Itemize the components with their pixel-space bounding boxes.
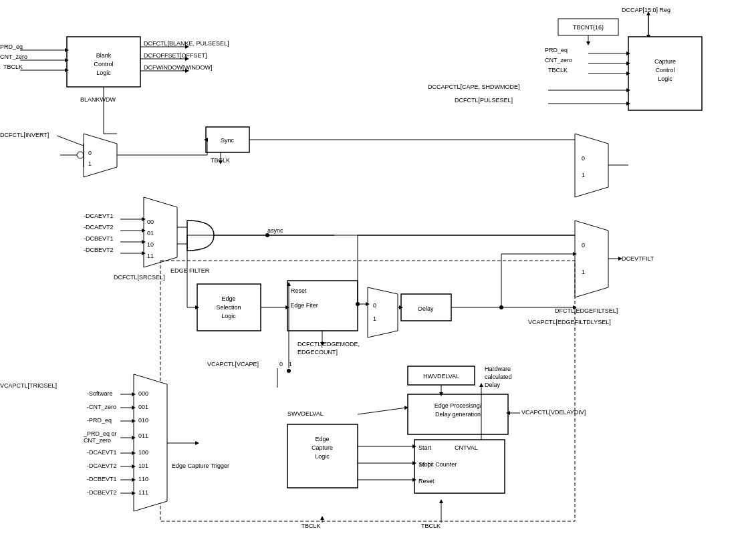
trig-111: 111 (138, 489, 148, 496)
srcsel-mux-00: 00 (147, 219, 154, 225)
dcaevt2-label: -DCAEVT2 (84, 224, 114, 231)
trig-software: -Software (87, 390, 113, 397)
svg-marker-44 (575, 221, 608, 297)
trig-dcbevt1: -DCBEVT1 (87, 476, 117, 482)
svg-point-88 (287, 369, 291, 373)
edge-cap-label3: Logic (315, 453, 330, 460)
hw-calc-delay1: Hardware (485, 366, 511, 372)
srcsel-mux-01: 01 (147, 230, 154, 237)
tbcnt-label: TBCNT(16) (573, 24, 604, 31)
trig-dcbevt2: -DCBEVT2 (87, 489, 117, 496)
trig-prd-eq: -PRD_eq (87, 417, 112, 424)
dcevtfilt-label: DCEVTFILT (622, 255, 654, 262)
dcfwindow-label: DCFWINDOW[WINDOW] (144, 64, 212, 71)
counter-reset: Reset (418, 478, 435, 484)
right-mux2-0: 0 (582, 242, 585, 249)
delay-mux-1: 1 (373, 315, 376, 322)
dcfctl-edgecount-label: EDGECOUNT] (297, 349, 338, 356)
svg-rect-3 (628, 37, 702, 110)
trig-100: 100 (138, 449, 148, 456)
blankwdw-label: BLANKWDW (80, 96, 116, 103)
dccapctl-label: DCCAPCTL[CAPE, SHDWMODE] (428, 84, 520, 90)
capture-control-label1: Capture (654, 58, 676, 65)
srcsel-mux-11: 11 (147, 253, 154, 259)
sync-label: Sync (221, 137, 235, 144)
vcape-1-label: 1 (289, 361, 292, 368)
diagram-container: DCCAP[15:0] Reg TBCNT(16) Capture Contro… (0, 0, 740, 560)
trig-101: 101 (138, 462, 148, 469)
trig-dcaevt1: -DCAEVT1 (87, 449, 117, 456)
edge-sel-label3: Logic (221, 313, 236, 319)
circuit-diagram: DCCAP[15:0] Reg TBCNT(16) Capture Contro… (0, 0, 740, 560)
vcapctl-edgefiltdlysel-label: VCAPCTL[EDGEFILTDLYSEL] (528, 319, 611, 325)
edge-fiter-reset: Reset (291, 287, 307, 294)
edge-cap-label2: Capture (312, 444, 333, 451)
edge-fiter-label1: Edge Fiter (290, 302, 318, 309)
trig-prd-cnt2: CNT_zero (84, 437, 111, 444)
swvdelval-label: SWVDELVAL (287, 410, 324, 417)
dcbevt2-label: -DCBEVT2 (84, 247, 114, 253)
mux-0-label: 0 (88, 150, 92, 156)
cnt-zero-label: CNT_zero (0, 53, 27, 60)
dcfctl-pulsesel-cap: DCFCTL[PULSESEL] (455, 97, 513, 104)
vcape-0-label: 0 (279, 361, 283, 368)
delay-mux-0: 0 (373, 302, 376, 309)
blank-control-label3: Logic (96, 69, 111, 76)
vcapctl-vcape-label: VCAPCTL[VCAPE] (207, 361, 259, 368)
cap-tbclk: TBCLK (548, 67, 568, 74)
dcfctl-edgemode-label: DCFCTL[EDGEMODE, (297, 341, 360, 347)
cap-prd-eq: PRD_eq (545, 47, 568, 53)
right-mux2-1: 1 (582, 269, 585, 275)
tbclk-bottom-label: TBCLK (301, 523, 320, 529)
trig-010: 010 (138, 417, 148, 424)
srcsel-mux-10: 10 (147, 241, 154, 248)
mux-1-label: 1 (88, 160, 92, 167)
tbclk-blank-label: TBCLK (3, 63, 23, 70)
edge-sel-label1: Edge (221, 295, 235, 302)
right-mux1-0: 0 (582, 155, 585, 162)
hw-calc-delay2: calculated (485, 374, 512, 380)
dcfoffset-label: DCFOFFSET[OFFSET] (144, 52, 207, 59)
trig-cnt-zero: -CNT_zero (87, 404, 116, 410)
edge-filter-title: EDGE FILTER (170, 267, 210, 274)
delay-label: Delay (418, 305, 434, 312)
counter-start: Start (418, 444, 432, 451)
vcapctl-trigsel-label: VCAPCTL[TRIGSEL] (0, 382, 57, 389)
trig-110: 110 (138, 476, 148, 482)
dcaevt1-label: -DCAEVT1 (84, 213, 114, 219)
prd-eq-label: PRD_eq (0, 43, 23, 50)
svg-marker-43 (575, 134, 608, 197)
edge-proc-label1: Edge Procesisng/ (435, 402, 482, 409)
capture-control-label2: Control (655, 67, 674, 74)
trig-prd-cnt: _PRD_eq or (83, 430, 117, 437)
dfctl-edgefiltsel-label: DFCTL[EDGEFILTSEL] (555, 307, 618, 314)
blank-control-label1: Blank (96, 52, 112, 59)
dcfctl-invert-label: DCFCTL[INVERT] (0, 132, 49, 138)
trig-001: 001 (138, 404, 148, 410)
edge-proc-label2: Delay generation (435, 411, 481, 418)
tbclk-bottom-label2: TBCLK (421, 523, 441, 529)
counter-16bit-label: 16 bit Counter (419, 461, 457, 468)
async-label: async (267, 227, 283, 234)
cntval-label: CNTVAL (455, 444, 478, 451)
dcbevt1-label: -DCBEVT1 (84, 235, 114, 242)
edge-cap-label1: Edge (315, 436, 329, 442)
svg-line-17 (57, 136, 87, 147)
svg-line-67 (358, 408, 406, 414)
edge-sel-label2: Selection (216, 304, 241, 311)
trig-011: 011 (138, 432, 148, 439)
dccap-reg-label: DCCAP[15:0] Reg (622, 7, 670, 13)
dcfctl-srcsel-label: DCFCTL[SRCSEL] (114, 274, 165, 281)
hw-calc-delay3: Delay (485, 382, 501, 388)
cap-cnt-zero: CNT_zero (545, 57, 572, 63)
right-mux1-1: 1 (582, 172, 585, 178)
hwvdelval-label: HWVDELVAL (423, 373, 459, 380)
svg-marker-52 (368, 287, 398, 337)
edge-capture-trigger-label: Edge Capture Trigger (172, 462, 229, 469)
vcapctl-vdelaydiv-label: VCAPCTL[VDELAYDIV] (521, 409, 586, 416)
trig-dcaevt2: -DCAEVT2 (87, 462, 117, 469)
trig-000: 000 (138, 390, 148, 397)
svg-point-19 (77, 152, 84, 158)
dcfctl-blanke-label: DCFCTL[BLANKE, PULSESEL] (144, 40, 229, 47)
blank-control-label2: Control (94, 61, 113, 67)
